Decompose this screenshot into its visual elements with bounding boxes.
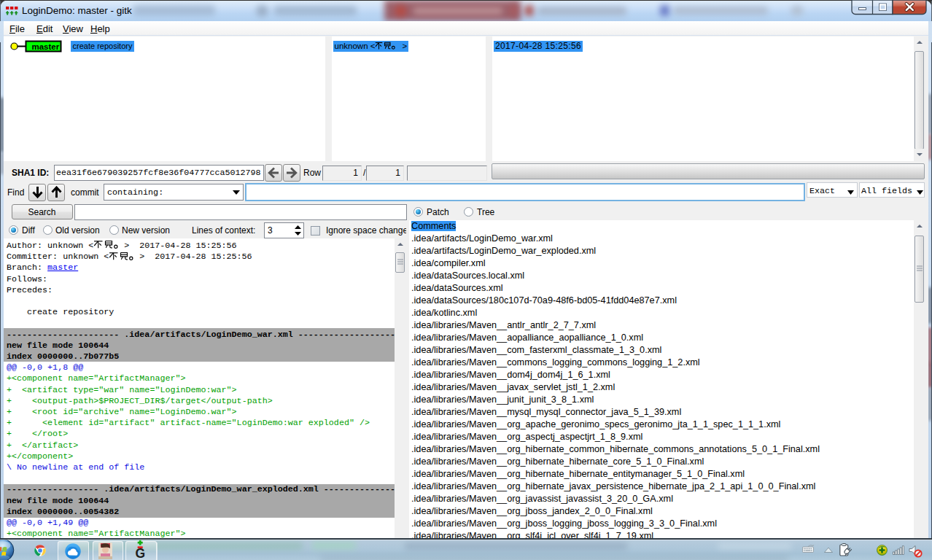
svg-text:G: G	[135, 546, 145, 559]
svg-text:master: master	[32, 42, 60, 51]
